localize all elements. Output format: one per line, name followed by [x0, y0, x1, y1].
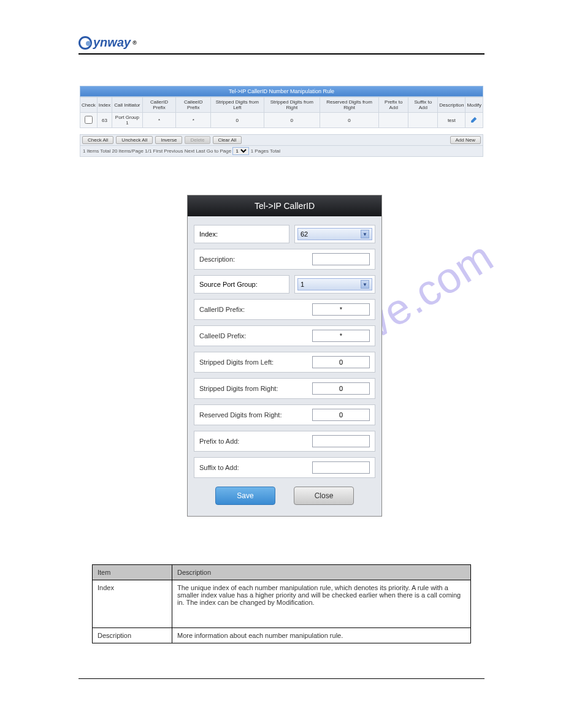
cell-modify[interactable]: [465, 113, 483, 128]
source-port-group-dropdown[interactable]: 1 ▼: [297, 278, 372, 290]
save-button[interactable]: Save: [215, 487, 275, 505]
suffix-add-input[interactable]: [312, 461, 370, 474]
cell-reserved-right: 0: [320, 113, 379, 128]
label-reserved-right: Reserved Digits from Right:: [199, 411, 312, 419]
pager-bar: 1 Items Total 20 Items/Page 1/1 First Pr…: [80, 146, 483, 157]
uncheck-all-button[interactable]: Uncheck All: [116, 136, 153, 144]
chevron-down-icon: ▼: [361, 280, 369, 289]
pager-text-left: 1 Items Total 20 Items/Page 1/1 First Pr…: [83, 148, 231, 154]
page-header: ynway ®: [79, 36, 484, 55]
th-callerid-prefix: CallerID Prefix: [142, 97, 176, 113]
logo: ynway ®: [79, 36, 484, 50]
label-callerid-prefix: CallerID Prefix:: [199, 306, 312, 313]
row-prefix-add: Prefix to Add:: [194, 431, 375, 452]
logo-text: ynway: [93, 36, 131, 50]
row-suffix-add: Suffix to Add:: [194, 457, 375, 478]
page-footer: [79, 678, 484, 679]
row-description: Description:: [194, 249, 375, 270]
cell-stripped-left: 0: [211, 113, 264, 128]
th-item: Item: [93, 565, 172, 580]
source-port-group-value: 1: [301, 281, 304, 288]
description-input[interactable]: [312, 253, 370, 265]
close-button[interactable]: Close: [294, 487, 354, 505]
reserved-right-input[interactable]: [312, 409, 370, 421]
pager-page-select[interactable]: 1: [232, 147, 249, 155]
label-suffix-add: Suffix to Add:: [199, 464, 312, 471]
cell-prefix-add: [379, 113, 408, 128]
cell-callerid-prefix: *: [142, 113, 176, 128]
th-check: Check: [80, 97, 98, 113]
add-new-button[interactable]: Add New: [450, 136, 481, 144]
ctrl-index: 62 ▼: [294, 225, 375, 243]
cell-calleeid-prefix: *: [176, 113, 211, 128]
row-index: Index: 62 ▼: [194, 225, 375, 243]
th-prefix-add: Prefix to Add: [379, 97, 408, 113]
index-dropdown[interactable]: 62 ▼: [297, 228, 372, 240]
cell-description: test: [438, 113, 465, 128]
logo-icon: [79, 36, 92, 50]
action-bar: Check All Uncheck All Inverse Delete Cle…: [80, 134, 483, 146]
row-calleeid-prefix: CalleeID Prefix:: [194, 325, 375, 346]
label-prefix-add: Prefix to Add:: [199, 438, 312, 445]
th-stripped-right: Stripped Digits from Right: [264, 97, 320, 113]
th-reserved-right: Reserved Digits from Right: [320, 97, 379, 113]
modify-icon[interactable]: [471, 116, 477, 123]
th-suffix-add: Suffix to Add: [408, 97, 438, 113]
row-callerid-prefix: CallerID Prefix:: [194, 299, 375, 320]
label-source-port-group: Source Port Group:: [194, 275, 289, 294]
logo-registered: ®: [132, 40, 137, 46]
stripped-right-input[interactable]: [312, 382, 370, 395]
row-stripped-left: Stripped Digits from Left:: [194, 352, 375, 373]
th-modify: Modify: [465, 97, 483, 113]
th-description: Description: [438, 97, 465, 113]
dialog-buttons: Save Close: [194, 487, 375, 505]
th-calleeid-prefix: CalleeID Prefix: [176, 97, 211, 113]
rules-row: 63 Port Group 1 * * 0 0 0 test: [80, 113, 483, 128]
cell-suffix-add: [408, 113, 438, 128]
item-row-index: Index The unique index of each number ma…: [93, 580, 471, 628]
label-calleeid-prefix: CalleeID Prefix:: [199, 332, 312, 339]
cell-index: 63: [97, 113, 112, 128]
th-call-initiator: Call Initiator: [112, 97, 142, 113]
prefix-add-input[interactable]: [312, 435, 370, 447]
cell-call-initiator: Port Group 1: [112, 113, 142, 128]
cell-item-index: Index: [93, 580, 172, 628]
dialog-tel-ip-callerid: Tel->IP CallerID Index: 62 ▼ Description…: [187, 195, 382, 517]
label-stripped-right: Stripped Digits from Right:: [199, 385, 312, 392]
th-index: Index: [97, 97, 112, 113]
inverse-button[interactable]: Inverse: [155, 136, 182, 144]
item-row-description: Description More information about each …: [93, 628, 471, 643]
delete-button[interactable]: Delete: [185, 136, 210, 144]
cell-desc-description: More information about each number manip…: [172, 628, 471, 643]
dialog-body: Index: 62 ▼ Description: Source Port Gro…: [188, 216, 381, 516]
item-description-table-wrap: Item Description Index The unique index …: [92, 564, 471, 643]
check-all-button[interactable]: Check All: [82, 136, 113, 144]
cell-item-description: Description: [93, 628, 172, 643]
row-checkbox[interactable]: [85, 116, 93, 124]
item-table-header-row: Item Description: [93, 565, 471, 580]
pager-text-right: 1 Pages Total: [251, 148, 280, 154]
rules-table: Check Index Call Initiator CallerID Pref…: [80, 97, 483, 128]
label-stripped-left: Stripped Digits from Left:: [199, 358, 312, 366]
row-stripped-right: Stripped Digits from Right:: [194, 378, 375, 399]
clear-all-button[interactable]: Clear All: [213, 136, 242, 144]
label-description: Description:: [199, 256, 312, 263]
cell-check[interactable]: [80, 113, 98, 128]
rules-header-row: Check Index Call Initiator CallerID Pref…: [80, 97, 483, 113]
item-description-table: Item Description Index The unique index …: [92, 564, 471, 643]
cell-desc-index: The unique index of each number manipula…: [172, 580, 471, 628]
callerid-prefix-input[interactable]: [312, 303, 370, 316]
cell-stripped-right: 0: [264, 113, 320, 128]
stripped-left-input[interactable]: [312, 356, 370, 368]
row-reserved-right: Reserved Digits from Right:: [194, 404, 375, 425]
rules-table-area: Tel->IP CallerID Number Manipulation Rul…: [80, 86, 483, 157]
label-index: Index:: [194, 225, 289, 243]
th-stripped-left: Stripped Digits from Left: [211, 97, 264, 113]
ctrl-source-port-group: 1 ▼: [294, 275, 375, 294]
index-value: 62: [301, 230, 308, 238]
th-description: Description: [172, 565, 471, 580]
calleeid-prefix-input[interactable]: [312, 330, 370, 342]
rules-table-title: Tel->IP CallerID Number Manipulation Rul…: [80, 86, 483, 97]
row-source-port-group: Source Port Group: 1 ▼: [194, 275, 375, 294]
dialog-title: Tel->IP CallerID: [188, 195, 381, 216]
